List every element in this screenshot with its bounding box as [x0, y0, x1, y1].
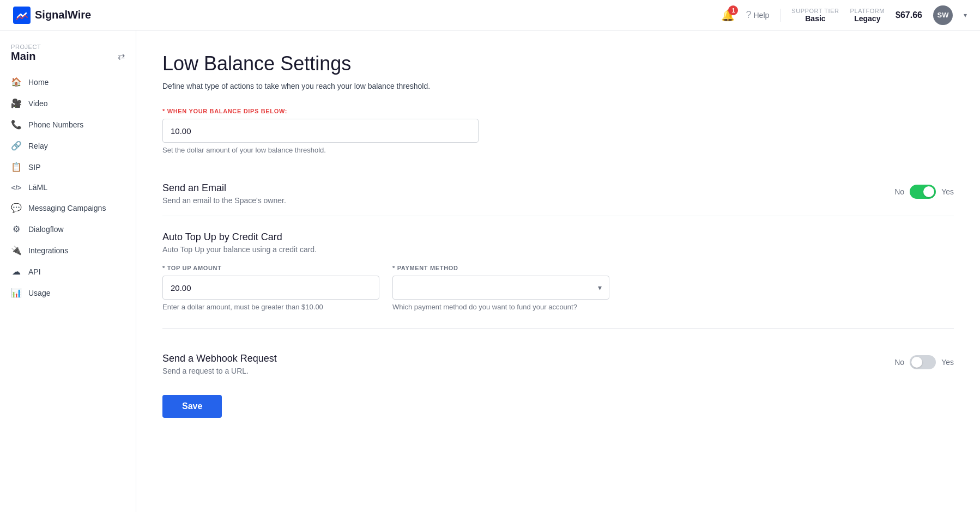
topup-amount-input[interactable]: [162, 276, 379, 300]
sidebar-item-label: Home: [28, 78, 49, 87]
webhook-toggle-control: No Yes: [894, 353, 954, 369]
avatar-chevron-icon[interactable]: ▾: [964, 11, 967, 19]
sidebar-item-laml[interactable]: </> LāML: [0, 178, 136, 197]
webhook-info: Send a Webhook Request Send a request to…: [162, 353, 894, 375]
page-subtitle: Define what type of actions to take when…: [162, 82, 954, 90]
home-icon: 🏠: [11, 77, 22, 87]
sip-icon: 📋: [11, 162, 22, 172]
sidebar-item-messaging-campaigns[interactable]: 💬 Messaging Campaigns: [0, 197, 136, 218]
project-header: Project Main ⇄: [0, 39, 136, 71]
help-label: Help: [753, 11, 769, 20]
sidebar-item-relay[interactable]: 🔗 Relay: [0, 135, 136, 156]
help-button[interactable]: ? Help: [746, 9, 769, 21]
dialogflow-icon: ⚙: [11, 224, 22, 234]
send-email-title: Send an Email: [162, 182, 894, 194]
main-content: Low Balance Settings Define what type of…: [136, 31, 980, 512]
api-icon: ☁: [11, 266, 22, 277]
support-tier-label: SUPPORT TIER: [791, 8, 839, 14]
send-email-toggle-control: No Yes: [894, 182, 954, 199]
page-title: Low Balance Settings: [162, 52, 954, 75]
send-email-toggle[interactable]: [910, 185, 936, 199]
sidebar-item-label: API: [28, 267, 41, 276]
payment-method-field: * PAYMENT METHOD Which payment method do…: [392, 265, 609, 311]
support-tier-value: Basic: [791, 14, 839, 23]
sidebar-item-label: SIP: [28, 163, 41, 172]
platform-value: Legacy: [850, 14, 885, 23]
send-email-yes-label: Yes: [941, 187, 954, 196]
topnav-right: 🔔 1 ? Help SUPPORT TIER Basic PLATFORM L…: [721, 5, 967, 25]
platform-label: PLATFORM: [850, 8, 885, 14]
balance-field-hint: Set the dollar amount of your low balanc…: [162, 146, 954, 154]
balance-threshold-section: * WHEN YOUR BALANCE DIPS BELOW: Set the …: [162, 108, 954, 154]
nav-divider: [780, 9, 781, 22]
phone-icon: 📞: [11, 119, 22, 130]
sidebar-item-label: Phone Numbers: [28, 120, 83, 129]
payment-method-label: * PAYMENT METHOD: [392, 265, 609, 271]
send-email-no-label: No: [894, 187, 904, 196]
send-email-info: Send an Email Send an email to the Space…: [162, 182, 894, 205]
webhook-yes-label: Yes: [941, 358, 954, 367]
sidebar-item-label: Usage: [28, 289, 50, 297]
webhook-row: Send a Webhook Request Send a request to…: [162, 342, 954, 386]
project-name: Main: [11, 50, 36, 63]
save-button[interactable]: Save: [162, 395, 222, 418]
avatar[interactable]: SW: [933, 5, 953, 25]
sidebar-item-label: Integrations: [28, 246, 68, 255]
balance-threshold-input[interactable]: [162, 119, 479, 143]
webhook-desc: Send a request to a URL.: [162, 367, 894, 375]
sidebar-item-label: Video: [28, 99, 48, 108]
topup-amount-label: * TOP UP AMOUNT: [162, 265, 379, 271]
usage-icon: 📊: [11, 288, 22, 298]
sidebar-item-label: Relay: [28, 142, 48, 150]
sidebar: Project Main ⇄ 🏠 Home 🎥 Video 📞 Phone Nu…: [0, 31, 136, 512]
payment-method-wrapper: [392, 276, 609, 300]
sidebar-item-dialogflow[interactable]: ⚙ Dialogflow: [0, 218, 136, 240]
notification-button[interactable]: 🔔 1: [721, 9, 735, 22]
platform-info: PLATFORM Legacy: [850, 8, 885, 23]
project-label: Project: [11, 44, 125, 50]
sidebar-nav: 🏠 Home 🎥 Video 📞 Phone Numbers 🔗 Relay 📋…: [0, 71, 136, 303]
account-balance: $67.66: [896, 10, 922, 20]
toggle-slider: [910, 355, 936, 369]
project-name-row: Main ⇄: [11, 50, 125, 63]
sidebar-item-label: Dialogflow: [28, 225, 64, 234]
payment-method-hint: Which payment method do you want to fund…: [392, 303, 609, 311]
messaging-icon: 💬: [11, 203, 22, 213]
video-icon: 🎥: [11, 98, 22, 108]
logo-text: SignalWire: [35, 9, 91, 21]
auto-topup-header: Auto Top Up by Credit Card Auto Top Up y…: [162, 231, 954, 254]
notification-badge: 1: [728, 5, 738, 15]
webhook-toggle[interactable]: [910, 355, 936, 369]
logo[interactable]: SignalWire: [13, 7, 91, 24]
webhook-no-label: No: [894, 358, 904, 367]
sidebar-item-label: LāML: [28, 183, 47, 192]
support-tier: SUPPORT TIER Basic: [791, 8, 839, 23]
section-divider: [162, 328, 954, 329]
auto-topup-desc: Auto Top Up your balance using a credit …: [162, 245, 954, 254]
balance-field-label: * WHEN YOUR BALANCE DIPS BELOW:: [162, 108, 954, 114]
sidebar-item-video[interactable]: 🎥 Video: [0, 93, 136, 114]
topup-fields: * TOP UP AMOUNT Enter a dollar amount, m…: [162, 265, 609, 311]
signalwire-logo-icon: [13, 7, 31, 24]
sidebar-item-home[interactable]: 🏠 Home: [0, 71, 136, 93]
sidebar-item-integrations[interactable]: 🔌 Integrations: [0, 240, 136, 261]
topup-amount-field: * TOP UP AMOUNT Enter a dollar amount, m…: [162, 265, 379, 311]
sidebar-item-usage[interactable]: 📊 Usage: [0, 282, 136, 303]
send-email-row: Send an Email Send an email to the Space…: [162, 172, 954, 216]
sidebar-item-phone-numbers[interactable]: 📞 Phone Numbers: [0, 114, 136, 135]
sidebar-item-api[interactable]: ☁ API: [0, 261, 136, 282]
send-email-desc: Send an email to the Space's owner.: [162, 196, 894, 205]
switch-project-icon[interactable]: ⇄: [118, 51, 125, 62]
help-circle-icon: ?: [746, 9, 751, 21]
sidebar-item-label: Messaging Campaigns: [28, 204, 106, 212]
layout: Project Main ⇄ 🏠 Home 🎥 Video 📞 Phone Nu…: [0, 31, 980, 512]
payment-method-select[interactable]: [392, 276, 609, 300]
auto-topup-title: Auto Top Up by Credit Card: [162, 231, 954, 243]
webhook-title: Send a Webhook Request: [162, 353, 894, 364]
topup-amount-hint: Enter a dollar amount, must be greater t…: [162, 303, 379, 311]
auto-topup-section: Auto Top Up by Credit Card Auto Top Up y…: [162, 231, 954, 311]
sidebar-item-sip[interactable]: 📋 SIP: [0, 156, 136, 178]
topnav: SignalWire 🔔 1 ? Help SUPPORT TIER Basic…: [0, 0, 980, 31]
relay-icon: 🔗: [11, 141, 22, 151]
toggle-slider: [910, 185, 936, 199]
